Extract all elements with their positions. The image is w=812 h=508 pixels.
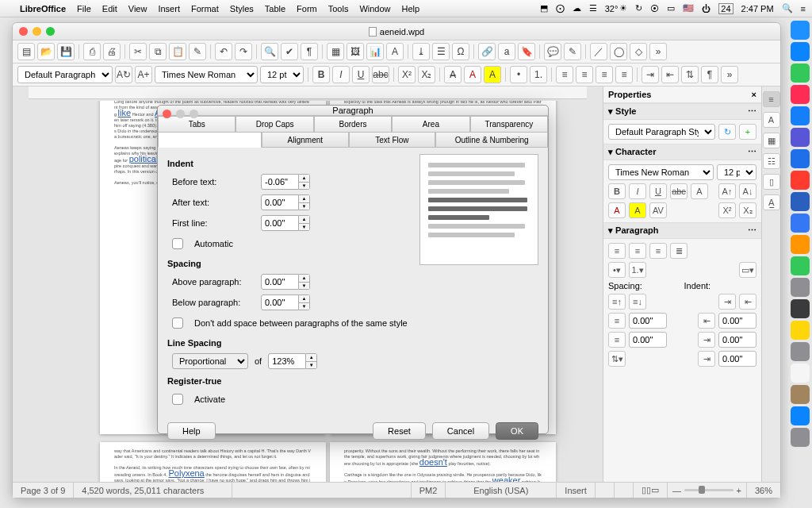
menu-file[interactable]: File bbox=[71, 4, 97, 13]
new-button[interactable]: ▤ bbox=[17, 43, 35, 60]
font-size-select[interactable]: 12 pt bbox=[260, 66, 304, 83]
status-power-icon[interactable]: ⏻ bbox=[702, 4, 710, 13]
increase-indent-button[interactable]: ⇥ bbox=[642, 66, 659, 83]
sidebar-font-select[interactable]: Times New Roman bbox=[608, 164, 714, 180]
dock-app-icon[interactable] bbox=[791, 406, 810, 425]
table-button[interactable]: ▦ bbox=[327, 43, 344, 60]
dock-app-icon[interactable] bbox=[791, 428, 810, 447]
sidebar-tab-properties-icon[interactable]: ≡ bbox=[763, 91, 780, 107]
tab-alignment[interactable]: Alignment bbox=[262, 132, 349, 148]
status-date[interactable]: 24 bbox=[718, 3, 733, 14]
sidebar-tab-inspector-icon[interactable]: A̲ bbox=[763, 194, 780, 210]
sidebar-highlight-button[interactable]: A bbox=[629, 202, 646, 218]
menu-window[interactable]: Window bbox=[354, 4, 396, 13]
menu-edit[interactable]: Edit bbox=[97, 4, 123, 13]
menu-styles[interactable]: Styles bbox=[224, 4, 259, 13]
field-button[interactable]: ☰ bbox=[432, 43, 450, 60]
ok-button[interactable]: OK bbox=[496, 422, 538, 440]
subscript-button[interactable]: X₂ bbox=[418, 66, 435, 83]
cancel-button[interactable]: Cancel bbox=[432, 422, 489, 440]
image-button[interactable]: 🖼 bbox=[347, 43, 364, 60]
paragraph-style-select[interactable]: Default Paragraph St bbox=[17, 66, 113, 83]
hyperlink-button[interactable]: 🔗 bbox=[478, 43, 496, 60]
below-paragraph-stepper[interactable]: ▲▼ bbox=[299, 294, 310, 310]
dock-app-icon[interactable] bbox=[791, 42, 810, 61]
status-signature[interactable] bbox=[615, 483, 634, 498]
font-color-button[interactable]: A bbox=[464, 66, 481, 83]
dock-app-icon[interactable] bbox=[791, 256, 810, 275]
line-button[interactable]: ／ bbox=[590, 43, 607, 60]
menu-help[interactable]: Help bbox=[396, 4, 426, 13]
inc-para-spacing-button[interactable]: ≡↑ bbox=[608, 294, 626, 310]
tab-transparency[interactable]: Transparency bbox=[470, 116, 548, 132]
horizontal-ruler[interactable] bbox=[29, 87, 587, 99]
save-button[interactable]: 💾 bbox=[57, 43, 75, 60]
section-more-icon[interactable]: ⋯ bbox=[748, 106, 756, 117]
cut-button[interactable]: ✂ bbox=[129, 43, 147, 60]
after-text-input[interactable] bbox=[261, 194, 299, 210]
numbering-button[interactable]: 1. bbox=[530, 66, 547, 83]
status-menu-icon[interactable]: ≡ bbox=[801, 4, 806, 13]
sidebar-close-icon[interactable]: × bbox=[752, 90, 756, 99]
more-icon[interactable]: » bbox=[649, 43, 667, 60]
chart-button[interactable]: 📊 bbox=[366, 43, 384, 60]
status-battery-icon[interactable]: ▭ bbox=[667, 3, 675, 13]
status-wordcount[interactable]: 4,520 words, 25,011 characters bbox=[74, 483, 232, 498]
decrease-indent-button[interactable]: ⇤ bbox=[661, 66, 679, 83]
right-indent-input[interactable] bbox=[718, 332, 756, 348]
bg-color-button[interactable]: ▭▾ bbox=[739, 262, 756, 278]
dock-app-icon[interactable] bbox=[791, 299, 810, 318]
strike-button[interactable]: abc bbox=[372, 66, 389, 83]
status-language[interactable]: English (USA) bbox=[446, 483, 557, 498]
page-break-button[interactable]: ⤓ bbox=[412, 43, 430, 60]
para-spacing-button[interactable]: ¶ bbox=[701, 66, 718, 83]
sidebar-case-button[interactable]: A bbox=[691, 183, 708, 199]
clear-format-button[interactable]: A̶ bbox=[444, 66, 462, 83]
status-insert-mode[interactable]: Insert bbox=[557, 483, 596, 498]
tab-tabs[interactable]: Tabs bbox=[158, 116, 236, 132]
dock-app-icon[interactable] bbox=[791, 321, 810, 340]
dock-app-icon[interactable] bbox=[791, 385, 810, 404]
tab-dropcaps[interactable]: Drop Caps bbox=[236, 116, 313, 132]
section-character-head[interactable]: Character bbox=[615, 147, 656, 156]
status-time[interactable]: 2:47 PM bbox=[741, 4, 774, 13]
status-dropbox-icon[interactable]: ⬒ bbox=[540, 3, 548, 13]
window-minimize-icon[interactable] bbox=[33, 27, 41, 36]
tab-textflow[interactable]: Text Flow bbox=[349, 132, 436, 148]
section-more-icon[interactable]: ⋯ bbox=[748, 147, 756, 157]
status-wifi-icon[interactable]: ⦿ bbox=[650, 4, 659, 13]
dock-app-icon[interactable] bbox=[791, 21, 810, 40]
below-paragraph-input[interactable] bbox=[261, 294, 299, 310]
dec-para-spacing-button[interactable]: ≡↓ bbox=[629, 294, 646, 310]
line-spacing-icon[interactable]: ⇅▾ bbox=[608, 351, 626, 367]
sidebar-size-select[interactable]: 12 pt bbox=[717, 164, 756, 180]
status-bluetooth-icon[interactable]: ⨀ bbox=[556, 3, 565, 13]
line-spacing-button[interactable]: ⇅ bbox=[681, 66, 699, 83]
before-text-stepper[interactable]: ▲▼ bbox=[299, 174, 310, 190]
section-paragraph-head[interactable]: Paragraph bbox=[615, 225, 658, 235]
inc-indent-button[interactable]: ⇥ bbox=[718, 294, 736, 310]
tab-borders[interactable]: Borders bbox=[314, 116, 392, 132]
bookmark-button[interactable]: 🔖 bbox=[518, 43, 535, 60]
spellcheck-button[interactable]: ✔ bbox=[281, 43, 298, 60]
tab-indents-spacing[interactable] bbox=[158, 132, 262, 148]
more-formatting-icon[interactable]: » bbox=[721, 66, 738, 83]
underline-button[interactable]: U bbox=[352, 66, 370, 83]
bullets-button[interactable]: • bbox=[510, 66, 527, 83]
status-stack-icon[interactable]: ☰ bbox=[589, 3, 597, 13]
dock-app-icon[interactable] bbox=[791, 128, 810, 147]
special-char-button[interactable]: Ω bbox=[452, 43, 469, 60]
window-close-icon[interactable] bbox=[19, 27, 28, 36]
menu-table[interactable]: Table bbox=[259, 4, 291, 13]
sidebar-style-select[interactable]: Default Paragraph Style bbox=[608, 124, 715, 140]
sidebar-tab-page-icon[interactable]: ▯ bbox=[763, 174, 780, 190]
left-indent-input[interactable] bbox=[718, 313, 756, 329]
section-more-icon[interactable]: ⋯ bbox=[748, 225, 756, 236]
numbering-button[interactable]: 1.▾ bbox=[629, 262, 646, 278]
automatic-checkbox[interactable] bbox=[172, 238, 183, 249]
sidebar-shrink-font-button[interactable]: A↓ bbox=[739, 183, 756, 199]
bullets-button[interactable]: •▾ bbox=[608, 262, 626, 278]
after-text-stepper[interactable]: ▲▼ bbox=[299, 194, 310, 210]
sidebar-strike-button[interactable]: abc bbox=[670, 183, 688, 199]
footnote-button[interactable]: a bbox=[498, 43, 515, 60]
